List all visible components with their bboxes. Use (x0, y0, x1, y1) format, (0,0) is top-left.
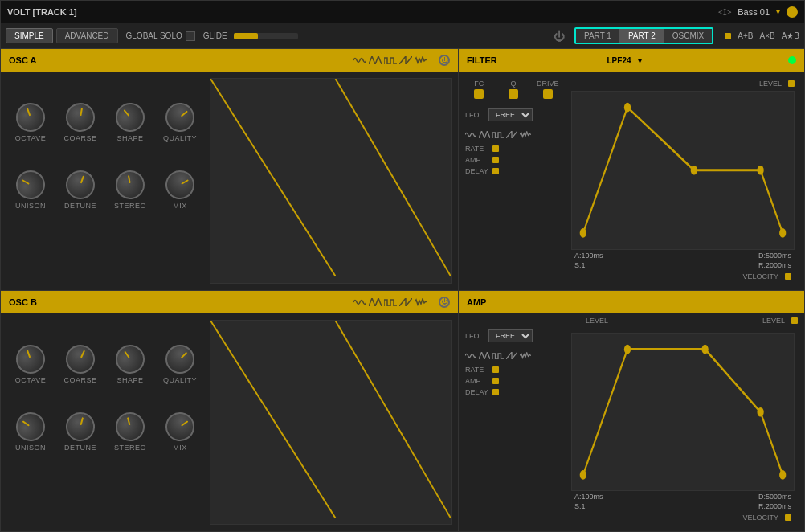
part1-button[interactable]: PART 1 (576, 29, 620, 43)
amp-lfo-dropdown[interactable]: FREE (488, 329, 533, 342)
filter-q-knob[interactable] (509, 89, 518, 99)
filter-lfo-noise-icon[interactable] (520, 131, 531, 138)
osc-a-knob-grid: OCTAVE COARSE SHAPE QUALITY (7, 78, 203, 284)
sine-wave-icon-a[interactable] (353, 56, 366, 64)
saw-wave-icon-a[interactable] (399, 56, 412, 64)
amp-delay-label: DELAY (465, 388, 489, 396)
osc-a-body: OCTAVE COARSE SHAPE QUALITY (1, 72, 458, 290)
osc-b-shape-control: SHAPE (107, 320, 153, 384)
osc-b-octave-knob[interactable] (12, 340, 49, 377)
osc-a-detune-knob[interactable] (62, 166, 99, 203)
osc-b-quality-knob[interactable] (160, 338, 201, 379)
route-indicator (725, 33, 731, 39)
glide-slider[interactable] (234, 33, 298, 39)
filter-level-row: LEVEL (571, 80, 795, 88)
advanced-tab[interactable]: ADVANCED (56, 28, 118, 43)
noise-wave-icon-b[interactable] (415, 298, 427, 306)
sine-wave-icon-b[interactable] (353, 298, 366, 306)
amp-lfo-sq-icon[interactable] (492, 352, 504, 359)
amp-delay-knob[interactable] (492, 389, 499, 395)
osc-a-octave-knob[interactable] (12, 99, 49, 136)
filter-lfo-sine-icon[interactable] (465, 131, 476, 138)
osc-a-coarse-knob[interactable] (63, 100, 97, 134)
amp-left-controls: LFO FREE (465, 329, 562, 527)
filter-lfo-tri-icon[interactable] (479, 131, 490, 138)
osc-a-mix-knob[interactable] (160, 165, 199, 204)
osc-a-shape-knob[interactable] (110, 97, 151, 138)
osc-b-coarse-control: COARSE (57, 320, 104, 384)
osc-b-stereo-knob[interactable] (112, 408, 148, 444)
amp-lfo-row: LFO FREE (465, 329, 562, 342)
osc-b-body: OCTAVE COARSE SHAPE QUALITY (1, 313, 458, 532)
filter-lfo-dropdown[interactable]: FREE (488, 108, 533, 121)
osc-b-waveform (210, 321, 451, 525)
osc-b-coarse-knob[interactable] (61, 340, 100, 379)
triangle-wave-icon-a[interactable] (369, 56, 382, 64)
amp-title: AMP (467, 297, 486, 307)
osc-a-stereo-control: STEREO (107, 145, 153, 210)
osc-a-power[interactable]: ⏻ (439, 55, 450, 66)
toolbar: SIMPLE ADVANCED GLOBAL SOLO GLIDE ⏻ PART… (1, 23, 804, 49)
amp-top-level-knob[interactable] (791, 317, 798, 324)
route-a-times-b[interactable]: A×B (759, 31, 774, 40)
filter-level-knob[interactable] (788, 80, 795, 87)
filter-delay-knob[interactable] (492, 168, 499, 174)
osc-b-mix-knob[interactable] (160, 406, 200, 446)
svg-line-3 (335, 321, 451, 518)
osc-b-detune-label: DETUNE (64, 444, 96, 452)
osc-b-shape-knob[interactable] (110, 338, 150, 379)
global-solo-checkbox[interactable] (186, 31, 195, 41)
osc-a-mix-label: MIX (173, 202, 187, 210)
osc-a-detune-label: DETUNE (64, 202, 96, 210)
preset-arrow-icon[interactable]: ▾ (776, 7, 780, 16)
amp-lfo-noise-icon[interactable] (520, 352, 531, 359)
osc-a-quality-knob[interactable] (160, 97, 201, 138)
filter-lfo-sq-icon[interactable] (492, 131, 504, 138)
amp-amp-knob[interactable] (492, 378, 499, 384)
filter-rate-knob[interactable] (492, 145, 499, 152)
oscmix-button[interactable]: OSCMIX (664, 29, 712, 43)
amp-lfo-sine-icon[interactable] (465, 352, 476, 359)
power-button[interactable] (787, 6, 798, 18)
square-wave-icon-b[interactable] (384, 298, 397, 306)
amp-lfo-tri-icon[interactable] (479, 352, 490, 359)
osc-a-unison-control: UNISON (7, 145, 54, 210)
osc-a-stereo-knob[interactable] (113, 168, 147, 202)
osc-b-detune-knob[interactable] (63, 408, 98, 444)
osc-b-display (210, 320, 452, 526)
filter-amp-knob[interactable] (492, 157, 499, 163)
amp-attack-time: A:100ms (574, 493, 603, 501)
filter-left-controls: FC Q DRIVE (465, 76, 562, 285)
filter-fc-knob[interactable] (474, 89, 484, 99)
filter-drive-knob[interactable] (543, 89, 553, 99)
osc-b-quality-control: QUALITY (157, 320, 203, 384)
osc-a-quality-label: QUALITY (163, 134, 197, 142)
filter-title: FILTER (467, 55, 601, 65)
amp-rate-knob[interactable] (492, 366, 499, 373)
filter-velocity-knob[interactable] (785, 273, 791, 280)
osc-b-power[interactable]: ⏻ (439, 297, 450, 308)
amp-amp-row: AMP (465, 377, 562, 385)
saw-wave-icon-b[interactable] (399, 298, 412, 306)
square-wave-icon-a[interactable] (384, 56, 397, 64)
amp-release-time: R:2000ms (758, 502, 791, 510)
main-window: VOLT [TRACK 1] ◁▷ Bass 01 ▾ SIMPLE ADVAN… (0, 0, 805, 532)
route-a-plus-b[interactable]: A+B (738, 31, 753, 40)
osc-a-coarse-control: COARSE (57, 78, 104, 142)
osc-b-unison-knob[interactable] (10, 406, 51, 446)
osc-a-mix-control: MIX (157, 145, 203, 210)
noise-wave-icon-a[interactable] (415, 56, 427, 64)
triangle-wave-icon-b[interactable] (369, 298, 382, 306)
filter-type-dropdown[interactable]: ▾ (638, 56, 642, 65)
simple-tab[interactable]: SIMPLE (6, 28, 53, 43)
filter-lfo-saw-icon[interactable] (506, 131, 517, 138)
osc-a-detune-control: DETUNE (57, 145, 104, 210)
osc-a-unison-knob[interactable] (10, 165, 50, 204)
filter-delay-row: DELAY (465, 167, 562, 175)
part2-button[interactable]: PART 2 (620, 29, 664, 43)
toolbar-power-icon[interactable]: ⏻ (554, 30, 566, 43)
amp-velocity-knob[interactable] (785, 514, 791, 521)
osc-a-display (210, 78, 452, 284)
amp-lfo-saw-icon[interactable] (506, 352, 517, 359)
route-a-star-b[interactable]: A★B (782, 31, 799, 40)
